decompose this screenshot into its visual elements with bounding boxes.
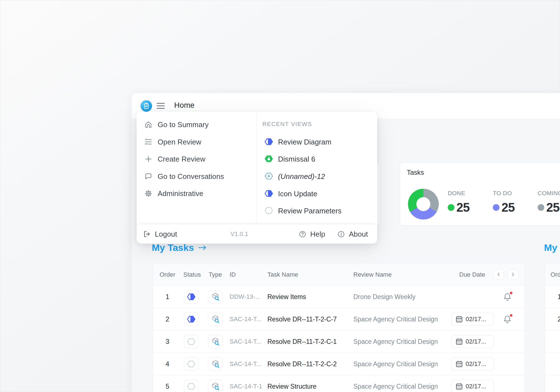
due-date-value: 02/17... [466, 338, 486, 345]
calendar-icon [456, 360, 463, 368]
hexagon-half-blue-icon [265, 138, 273, 145]
legend-label: TO DO [493, 190, 540, 197]
table-row[interactable]: 2 SAC-14-T... Resolve DR--11-T-2-C-7 Spa… [153, 308, 524, 330]
box-search-icon [211, 292, 220, 301]
right-section-heading-link[interactable]: My [544, 242, 557, 253]
table-row[interactable]: 3 SAC-14-T... Resolve DR--11-T-2-C-1 Spa… [153, 330, 524, 353]
hexagon-half-blue-icon [265, 190, 273, 197]
logout-button[interactable]: Logout [143, 224, 177, 244]
tasks-card-title: Tasks [407, 169, 424, 176]
table-row[interactable] [545, 330, 560, 353]
status-button[interactable] [184, 312, 199, 326]
app-logo-button[interactable] [141, 100, 152, 112]
recent-view-label: Icon Update [278, 190, 317, 198]
status-button[interactable] [184, 380, 199, 392]
column-header-task-name: Task Name [267, 271, 298, 278]
due-date-button[interactable]: 02/17... [451, 313, 494, 326]
recent-view-label: (Unnamed)-12 [278, 172, 325, 181]
tasks-donut-chart [408, 189, 439, 220]
main-menu-panel: Go to Summary Open Review Create Review … [137, 112, 377, 244]
recent-view-review-diagram[interactable]: Review Diagram [256, 136, 377, 148]
menu-item-label: Administrative [158, 189, 203, 198]
column-header-type: Type [206, 271, 225, 278]
menu-item-label: Go to Summary [158, 120, 209, 129]
legend-value: 25 [546, 200, 559, 214]
hexagon-plus-outline-icon [265, 172, 273, 180]
type-button[interactable] [208, 290, 223, 304]
table-row[interactable]: 4 SAC-14-T... Resolve DR--11-T-2-C-2 Spa… [153, 353, 524, 375]
column-header-order: Order [158, 271, 177, 278]
recent-view-label: Review Parameters [278, 207, 342, 215]
home-icon [144, 121, 152, 129]
cell-task-name: Resolve DR--11-T-2-C-2 [267, 353, 337, 375]
type-button[interactable] [208, 380, 223, 392]
box-search-icon [211, 315, 220, 324]
cell-review-name: Space Agency Critical Design [353, 330, 438, 353]
recent-view-icon-update[interactable]: Icon Update [256, 188, 377, 200]
due-date-value: 02/17... [466, 316, 486, 323]
recent-view-label: Dismissal 6 [278, 155, 315, 164]
notification-bell-button[interactable] [503, 292, 512, 302]
hexagon-outline-gray-icon [187, 338, 195, 345]
box-search-icon [211, 382, 220, 391]
legend-value: 25 [456, 200, 470, 214]
chevron-right-icon [511, 272, 515, 277]
menu-item-go-to-summary[interactable]: Go to Summary [137, 119, 256, 130]
plus-icon [144, 155, 152, 163]
hamburger-menu-button[interactable] [157, 102, 165, 109]
cell-review-name: Drone Design Weekly [353, 286, 416, 308]
recent-view-dismissal-6[interactable]: Dismissal 6 [256, 153, 377, 165]
cell-task-name: Resolve DR--11-T-2-C-7 [267, 308, 337, 330]
table-row[interactable]: 1 DDW-13-... Review Items Drone Design W… [153, 286, 524, 308]
menu-item-create-review[interactable]: Create Review [137, 153, 256, 165]
box-search-icon [211, 337, 220, 346]
hexagon-outline-gray-icon [187, 360, 195, 368]
menu-item-go-to-conversations[interactable]: Go to Conversations [137, 171, 256, 182]
hexagon-half-blue-icon [187, 293, 195, 300]
due-date-button[interactable]: 02/17... [451, 335, 494, 348]
status-button[interactable] [184, 335, 199, 348]
legend-item-todo: TO DO 25 [493, 190, 540, 214]
status-button[interactable] [184, 290, 199, 304]
due-date-button[interactable]: 02/17... [451, 380, 494, 392]
arrow-right-icon [198, 244, 207, 251]
legend-label: DONE [448, 190, 495, 197]
legend-dot-done [448, 204, 454, 211]
table-row[interactable] [545, 375, 560, 392]
table-row[interactable]: 5 SAC-14-T-1 Review Structure Space Agen… [153, 375, 524, 392]
table-row[interactable]: 1 [545, 286, 560, 308]
table-row[interactable]: 2 [545, 308, 560, 330]
type-button[interactable] [208, 335, 223, 348]
legend-value: 25 [501, 200, 515, 214]
legend-dot-coming [538, 204, 544, 211]
table-row[interactable] [545, 353, 560, 375]
hexagon-outline-gray-icon [187, 383, 195, 390]
help-button[interactable]: Help [299, 224, 325, 244]
cell-id: SAC-14-T... [230, 330, 262, 353]
notification-bell-button[interactable] [503, 315, 512, 324]
chat-bubble-icon [144, 172, 152, 180]
recent-views-title: RECENT VIEWS [262, 121, 312, 127]
my-tasks-table: Order Status Type ID Task Name Review Na… [153, 263, 525, 392]
right-section-heading-label: My [544, 242, 557, 253]
pager-prev-button[interactable] [493, 269, 504, 280]
recent-view-label: Review Diagram [278, 138, 332, 146]
cell-order: 5 [158, 375, 177, 392]
type-button[interactable] [208, 312, 223, 326]
box-search-icon [211, 360, 220, 368]
legend-dot-todo [493, 204, 500, 211]
cell-id: DDW-13-... [230, 286, 260, 308]
cell-task-name: Resolve DR--11-T-2-C-1 [267, 330, 337, 353]
status-button[interactable] [184, 357, 199, 371]
type-button[interactable] [208, 357, 223, 371]
due-date-button[interactable]: 02/17... [451, 358, 494, 370]
recent-view-review-parameters[interactable]: Review Parameters [256, 205, 377, 217]
calendar-icon [456, 383, 463, 390]
recent-view-unnamed-12[interactable]: (Unnamed)-12 [256, 171, 377, 182]
menu-main-area: Go to Summary Open Review Create Review … [137, 112, 377, 224]
menu-item-administrative[interactable]: Administrative [137, 188, 256, 199]
calendar-icon [456, 338, 463, 345]
pager-next-button[interactable] [508, 269, 518, 280]
about-button[interactable]: About [337, 224, 368, 244]
menu-item-open-review[interactable]: Open Review [137, 136, 256, 148]
